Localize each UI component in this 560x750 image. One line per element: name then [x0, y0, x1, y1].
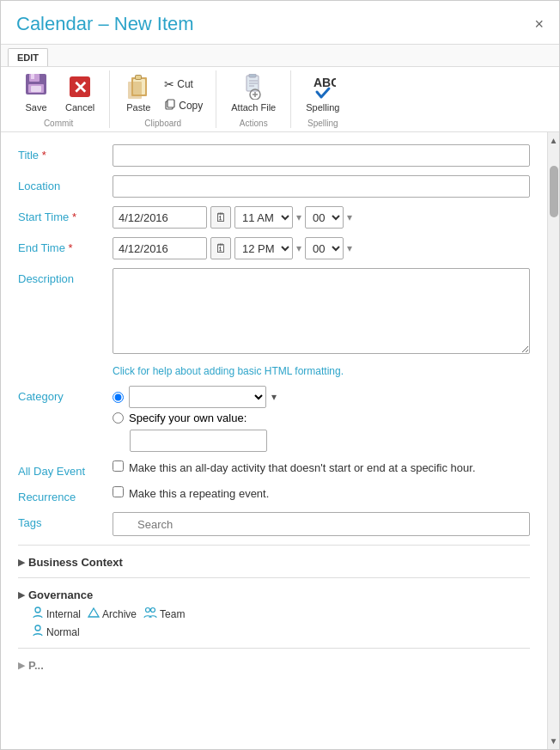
close-button[interactable]: × [534, 16, 544, 32]
save-button[interactable]: Save [16, 70, 56, 115]
specify-own-row: Specify your own value: [113, 412, 530, 424]
scroll-up-arrow[interactable]: ▲ [548, 132, 559, 149]
own-value-input[interactable] [130, 430, 267, 452]
governance-title: Governance [28, 588, 93, 601]
form-area: Title * Location Start Time * [1, 132, 547, 749]
priority-label: Normal [46, 626, 80, 638]
calendar-new-item-window: Calendar – New Item × EDIT [0, 0, 560, 750]
end-hour-select[interactable]: 12 PM1 PM2 PM [234, 237, 293, 259]
internal-label: Internal [46, 608, 81, 620]
business-context-arrow: ▶ [18, 557, 25, 568]
tags-wrapper: 🔍 [113, 512, 530, 536]
ribbon-group-clipboard: Paste ✂ Cut [110, 70, 216, 128]
all-day-label: All Day Event [18, 460, 113, 478]
svg-rect-10 [136, 76, 141, 79]
start-date-input[interactable]: 4/12/2016 [113, 206, 207, 229]
governance-tags: Internal Archive [18, 605, 530, 625]
governance-tag-internal[interactable]: Internal [32, 607, 81, 621]
cancel-icon: ✕ [66, 73, 94, 101]
scroll-thumb[interactable] [550, 166, 558, 217]
business-context-header[interactable]: ▶ Business Context [18, 551, 530, 572]
commit-group-label: Commit [44, 119, 73, 128]
end-min-separator: ▾ [347, 242, 352, 254]
spelling-label: Spelling [306, 102, 339, 113]
cut-copy-buttons: ✂ Cut Copy [160, 75, 207, 115]
end-time-label: End Time * [18, 237, 113, 254]
main-content: Title * Location Start Time * [1, 132, 559, 749]
category-select[interactable]: Work Personal [129, 386, 266, 408]
scrollbar[interactable]: ▲ ▼ [547, 132, 559, 749]
recurrence-text: Make this a repeating event. [129, 486, 269, 502]
all-day-text: Make this an all-day activity that doesn… [129, 460, 476, 476]
tags-label: Tags [18, 512, 113, 529]
all-day-checkbox-row: Make this an all-day activity that doesn… [113, 460, 530, 476]
start-calendar-button[interactable]: 🗓 [210, 206, 231, 229]
tags-search-input[interactable] [113, 512, 530, 536]
partial-section-header[interactable]: ▶ P... [18, 654, 530, 675]
svg-rect-2 [31, 74, 34, 79]
start-hour-select[interactable]: 11 AM12 PM1 PM [234, 206, 293, 229]
specify-own-radio[interactable] [113, 412, 124, 424]
governance-tag-archive[interactable]: Archive [88, 607, 137, 621]
priority-tag[interactable]: Normal [18, 625, 530, 643]
description-row: Description [18, 268, 530, 357]
recurrence-checkbox[interactable] [113, 486, 124, 497]
end-date-input[interactable]: 4/12/2016 [113, 237, 207, 259]
ribbon-group-spelling: ABC Spelling Spelling [291, 70, 354, 128]
spelling-button[interactable]: ABC Spelling [300, 70, 345, 115]
paste-label: Paste [126, 102, 150, 113]
spelling-group-label: Spelling [307, 119, 338, 128]
clipboard-group-label: Clipboard [144, 119, 181, 128]
svg-text:✕: ✕ [73, 78, 88, 97]
start-min-separator: ▾ [347, 211, 352, 223]
all-day-control: Make this an all-day activity that doesn… [113, 460, 530, 476]
end-time-separator: ▾ [296, 242, 301, 254]
end-calendar-button[interactable]: 🗓 [210, 237, 231, 259]
archive-label: Archive [102, 608, 137, 620]
title-required: * [42, 149, 46, 162]
category-radio-row: Work Personal ▾ [113, 386, 530, 408]
attach-file-button[interactable]: Attach File [225, 70, 282, 115]
partial-section-title: P... [28, 659, 44, 672]
svg-rect-15 [249, 74, 256, 77]
location-input[interactable] [113, 175, 530, 198]
business-context-title: Business Context [28, 556, 123, 569]
governance-header[interactable]: ▶ Governance [18, 583, 530, 605]
tags-row: Tags 🔍 [18, 512, 530, 536]
recurrence-row: Recurrence Make this a repeating event. [18, 486, 530, 503]
end-time-control: 4/12/2016 🗓 12 PM1 PM2 PM ▾ 00153045 ▾ [113, 237, 530, 259]
svg-point-23 [35, 607, 40, 613]
cancel-button[interactable]: ✕ Cancel [59, 70, 100, 115]
governance-tag-team[interactable]: Team [143, 607, 185, 621]
start-time-label: Start Time * [18, 206, 113, 223]
title-input[interactable] [113, 144, 530, 167]
category-radio[interactable] [113, 392, 124, 403]
end-datetime-row: 4/12/2016 🗓 12 PM1 PM2 PM ▾ 00153045 ▾ [113, 237, 530, 259]
start-min-select[interactable]: 00153045 [305, 206, 344, 229]
start-time-separator: ▾ [296, 211, 301, 223]
tab-edit[interactable]: EDIT [8, 48, 48, 66]
copy-button[interactable]: Copy [160, 95, 207, 115]
recurrence-control: Make this a repeating event. [113, 486, 530, 502]
description-textarea[interactable] [113, 268, 530, 354]
recurrence-checkbox-row: Make this a repeating event. [113, 486, 530, 502]
cut-button[interactable]: ✂ Cut [160, 75, 207, 94]
html-help-link[interactable]: Click for help about adding basic HTML f… [113, 365, 530, 377]
paste-button[interactable]: Paste [119, 70, 156, 115]
title-label: Title * [18, 144, 113, 162]
end-min-select[interactable]: 00153045 [305, 237, 344, 259]
description-control [113, 268, 530, 357]
end-time-row: End Time * 4/12/2016 🗓 12 PM1 PM2 PM ▾ 0… [18, 237, 530, 259]
all-day-checkbox[interactable] [113, 460, 124, 472]
priority-icon [32, 625, 44, 639]
start-time-row: Start Time * 4/12/2016 🗓 11 AM12 PM1 PM … [18, 206, 530, 229]
scroll-down-arrow[interactable]: ▼ [548, 733, 559, 749]
cut-icon: ✂ [164, 77, 174, 91]
all-day-row: All Day Event Make this an all-day activ… [18, 460, 530, 478]
category-label: Category [18, 386, 113, 403]
save-label: Save [25, 102, 46, 113]
cut-label: Cut [177, 78, 193, 90]
svg-marker-24 [88, 608, 99, 617]
ribbon-group-commit: Save ✕ Cancel Commit [8, 70, 110, 128]
commit-buttons: Save ✕ Cancel [16, 70, 100, 115]
